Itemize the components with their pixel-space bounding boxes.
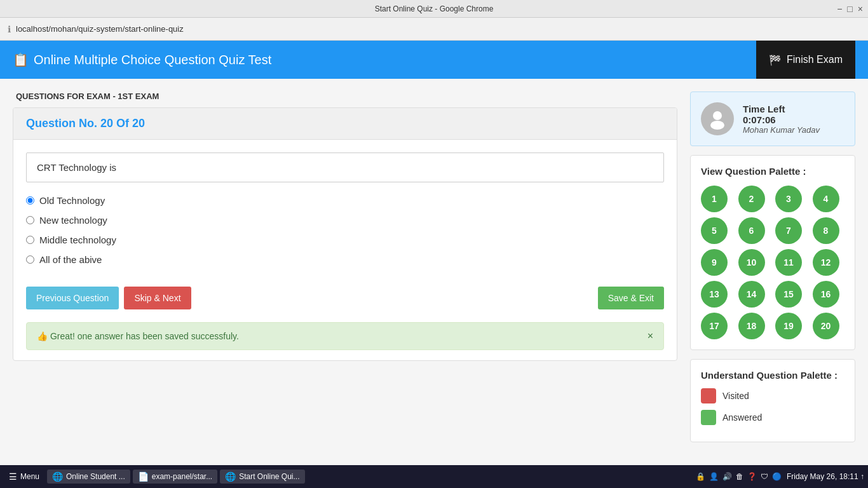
flag-icon: 🏁 (769, 54, 782, 66)
browser-title: Start Online Quiz - Google Chrome (375, 4, 494, 13)
save-exit-button[interactable]: Save & Exit (598, 287, 664, 309)
question-number: Question No. 20 Of 20 (26, 117, 145, 130)
palette-grid: 1 2 3 4 5 6 7 8 9 10 11 12 13 14 15 16 1… (701, 186, 844, 339)
answered-dot (701, 410, 716, 425)
alert-close-button[interactable]: × (648, 330, 653, 342)
option-3-radio[interactable] (26, 236, 34, 244)
palette-num-16[interactable]: 16 (813, 281, 839, 308)
palette-title: View Question Palette : (701, 166, 844, 177)
palette-num-19[interactable]: 19 (775, 313, 802, 339)
option-1[interactable]: Old Technology (26, 195, 664, 206)
option-4-label[interactable]: All of the abive (39, 254, 102, 265)
svg-point-0 (713, 111, 722, 120)
palette-num-20[interactable]: 20 (813, 313, 839, 339)
palette-num-3[interactable]: 3 (775, 186, 802, 212)
success-message: 👍 Great! one answer has been saved succe… (37, 331, 239, 341)
browser-addressbar: ℹ localhost/mohan/quiz-system/start-onli… (0, 18, 868, 41)
option-1-radio[interactable] (26, 196, 34, 205)
legend-visited: Visited (701, 388, 844, 403)
palette-num-15[interactable]: 15 (775, 281, 802, 308)
previous-question-button[interactable]: Previous Question (26, 287, 119, 309)
palette-num-6[interactable]: 6 (738, 217, 765, 244)
option-2-radio[interactable] (26, 216, 34, 224)
palette-num-17[interactable]: 17 (701, 313, 728, 339)
palette-box: View Question Palette : 1 2 3 4 5 6 7 8 … (690, 155, 855, 350)
finish-exam-label: Finish Exam (787, 54, 843, 65)
palette-num-5[interactable]: 5 (701, 217, 728, 244)
skip-next-button[interactable]: Skip & Next (124, 287, 191, 309)
exam-name: 1ST EXAM (118, 92, 159, 101)
palette-num-14[interactable]: 14 (738, 281, 765, 308)
action-buttons: Previous Question Skip & Next Save & Exi… (13, 280, 677, 322)
browser-titlebar: Start Online Quiz - Google Chrome − □ × (0, 0, 868, 18)
username: Mohan Kumar Yadav (743, 125, 820, 135)
browser-url: localhost/mohan/quiz-system/start-online… (16, 24, 184, 34)
option-4-radio[interactable] (26, 255, 34, 264)
question-container: Question No. 20 Of 20 CRT Technology is … (13, 107, 677, 361)
app-header: 📋 Online Multiple Choice Question Quiz T… (0, 41, 868, 79)
palette-num-1[interactable]: 1 (701, 186, 728, 212)
option-4[interactable]: All of the abive (26, 254, 664, 265)
palette-num-9[interactable]: 9 (701, 249, 728, 276)
main-content: QUESTIONS FOR EXAM - 1ST EXAM Question N… (0, 79, 868, 455)
minimize-btn[interactable]: − (837, 4, 842, 14)
answered-label: Answered (722, 412, 762, 423)
visited-dot (701, 388, 716, 403)
app-title: 📋 Online Multiple Choice Question Quiz T… (13, 52, 271, 67)
legend-title: Understand Question Palette : (701, 370, 844, 381)
option-1-label[interactable]: Old Technology (39, 195, 105, 206)
time-value: 0:07:06 (743, 114, 820, 125)
palette-num-12[interactable]: 12 (813, 249, 839, 276)
timer-box: Time Left 0:07:06 Mohan Kumar Yadav (690, 92, 855, 146)
left-panel: QUESTIONS FOR EXAM - 1ST EXAM Question N… (13, 92, 677, 442)
option-3-label[interactable]: Middle technology (39, 234, 116, 245)
option-2[interactable]: New technology (26, 215, 664, 226)
svg-point-1 (710, 121, 724, 130)
palette-num-4[interactable]: 4 (813, 186, 839, 212)
timer-info: Time Left 0:07:06 Mohan Kumar Yadav (743, 104, 820, 135)
success-alert: 👍 Great! one answer has been saved succe… (26, 322, 664, 350)
maximize-btn[interactable]: □ (847, 4, 852, 14)
right-panel: Time Left 0:07:06 Mohan Kumar Yadav View… (690, 92, 855, 442)
close-btn[interactable]: × (858, 4, 863, 14)
option-3[interactable]: Middle technology (26, 234, 664, 245)
avatar (701, 102, 734, 135)
title-icon: 📋 (13, 52, 29, 67)
finish-exam-button[interactable]: 🏁 Finish Exam (756, 41, 855, 79)
legend-box: Understand Question Palette : Visited An… (690, 359, 855, 442)
visited-label: Visited (722, 391, 749, 401)
option-2-label[interactable]: New technology (39, 215, 107, 226)
section-label: QUESTIONS FOR EXAM - (16, 92, 116, 101)
question-header: Question No. 20 Of 20 (13, 108, 677, 140)
info-icon: ℹ (8, 24, 11, 34)
palette-num-8[interactable]: 8 (813, 217, 839, 244)
palette-num-2[interactable]: 2 (738, 186, 765, 212)
options-list: Old Technology New technology Middle tec… (13, 195, 677, 280)
palette-num-11[interactable]: 11 (775, 249, 802, 276)
window-controls[interactable]: − □ × (837, 4, 863, 14)
left-buttons: Previous Question Skip & Next (26, 287, 191, 309)
palette-num-13[interactable]: 13 (701, 281, 728, 308)
palette-num-10[interactable]: 10 (738, 249, 765, 276)
time-left-label: Time Left (743, 104, 820, 114)
palette-num-18[interactable]: 18 (738, 313, 765, 339)
palette-num-7[interactable]: 7 (775, 217, 802, 244)
app-title-text: Online Multiple Choice Question Quiz Tes… (34, 53, 271, 67)
legend-answered: Answered (701, 410, 844, 425)
exam-title-bar: QUESTIONS FOR EXAM - 1ST EXAM (13, 92, 677, 101)
question-text: CRT Technology is (26, 152, 664, 182)
